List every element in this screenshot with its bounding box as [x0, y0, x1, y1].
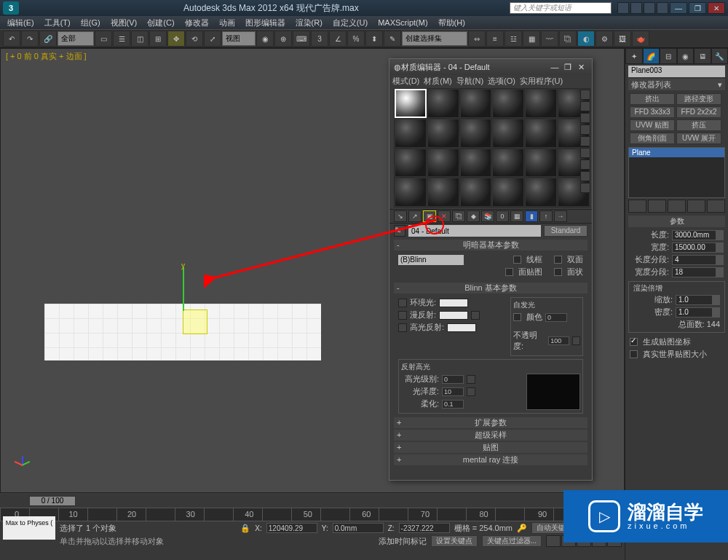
shader-dropdown[interactable]: (B)Blinn: [398, 255, 464, 265]
refcoord-dropdown[interactable]: 视图: [222, 31, 256, 46]
move-gizmo[interactable]: [183, 309, 207, 334]
help-icon[interactable]: [657, 2, 668, 14]
make-unique-stack-icon[interactable]: [668, 200, 686, 213]
pin-stack-icon[interactable]: [628, 200, 646, 213]
window-crossing-icon[interactable]: ⊞: [149, 31, 167, 47]
ambient-swatch[interactable]: [439, 299, 468, 307]
rollout-supersample-header[interactable]: +超级采样: [394, 430, 587, 441]
material-slot[interactable]: [427, 89, 459, 118]
show-map-icon[interactable]: ▦: [510, 210, 523, 222]
material-slot[interactable]: [427, 149, 459, 178]
me-menu-utilities[interactable]: 实用程序(U): [520, 76, 563, 87]
utilities-tab-icon[interactable]: 🔧: [711, 48, 729, 64]
move-icon[interactable]: ✥: [167, 31, 185, 47]
material-slot[interactable]: [427, 178, 459, 207]
curve-editor-icon[interactable]: 〰: [541, 31, 558, 47]
material-slot[interactable]: [427, 119, 459, 148]
material-slot[interactable]: [460, 178, 492, 207]
assign-to-selection-icon[interactable]: ▣: [423, 210, 436, 222]
options-icon[interactable]: [580, 159, 590, 170]
coord-y-field[interactable]: 0.0mm: [333, 523, 384, 533]
ambient-lock-icon[interactable]: [398, 299, 407, 307]
track-bar[interactable]: 0102030405060708090100: [0, 508, 625, 521]
modifier-list-dropdown[interactable]: 修改器列表▾: [628, 79, 725, 90]
make-preview-icon[interactable]: [580, 148, 590, 158]
me-close-button[interactable]: ✕: [574, 63, 587, 72]
motion-tab-icon[interactable]: ◉: [677, 48, 695, 64]
modify-tab-icon[interactable]: 🌈: [643, 48, 660, 64]
wsegs-spinner[interactable]: 18: [672, 267, 724, 277]
material-type-button[interactable]: Standard: [544, 225, 587, 237]
material-slot[interactable]: [460, 89, 492, 118]
rollout-mentalray-header[interactable]: +mental ray 连接: [394, 454, 587, 465]
edit-named-sel-icon[interactable]: ✎: [384, 31, 401, 47]
named-selection-dropdown[interactable]: 创建选择集: [402, 31, 467, 46]
object-name-field[interactable]: Plane003: [628, 66, 725, 77]
mod-ffd222-button[interactable]: FFD 2x2x2: [676, 106, 721, 118]
background-icon[interactable]: [580, 113, 590, 123]
mat-map-nav-icon[interactable]: [580, 183, 590, 193]
material-id-icon[interactable]: 0: [496, 210, 509, 222]
me-menu-mode[interactable]: 模式(D): [392, 76, 419, 87]
rollout-blinn-header[interactable]: -Blinn 基本参数: [394, 283, 587, 293]
diffuse-swatch[interactable]: [439, 311, 468, 320]
material-editor-icon[interactable]: ◐: [577, 31, 595, 47]
maximize-button[interactable]: ❐: [689, 2, 706, 14]
select-name-icon[interactable]: ☰: [113, 31, 130, 47]
select-icon[interactable]: ▭: [95, 31, 112, 47]
keyfilter-button[interactable]: 关键点过滤器...: [482, 535, 542, 547]
material-slot[interactable]: [525, 178, 557, 207]
put-to-scene-icon[interactable]: ↗: [408, 210, 422, 222]
minimize-button[interactable]: —: [670, 2, 687, 14]
mirror-icon[interactable]: ⇔: [468, 31, 486, 47]
addtime-label[interactable]: 添加时间标记: [379, 536, 427, 547]
close-button[interactable]: ✕: [708, 2, 725, 14]
show-end-icon[interactable]: [648, 200, 666, 213]
render-setup-icon[interactable]: ⚙: [596, 31, 613, 47]
make-unique-icon[interactable]: ◆: [467, 210, 480, 222]
select-manip-icon[interactable]: ⊕: [274, 31, 292, 47]
material-editor-titlebar[interactable]: ◍ 材质编辑器 - 04 - Default — ❐ ✕: [389, 59, 592, 75]
gen-map-coords-checkbox[interactable]: [630, 338, 638, 346]
diffuse-map-icon[interactable]: [471, 311, 480, 320]
angle-snap-icon[interactable]: ∠: [329, 31, 347, 47]
specular-lock-icon[interactable]: [398, 323, 407, 332]
undo-icon[interactable]: ↶: [3, 31, 20, 47]
go-parent-icon[interactable]: ↑: [539, 210, 553, 222]
put-to-library-icon[interactable]: 📚: [481, 210, 494, 222]
material-slot[interactable]: [395, 149, 427, 178]
rollout-params-header[interactable]: 参数: [628, 216, 725, 227]
selection-filter-dropdown[interactable]: 全部: [58, 31, 94, 46]
mod-ffd333-button[interactable]: FFD 3x3x3: [630, 106, 675, 118]
selfillum-spinner[interactable]: 0: [545, 313, 567, 322]
rendered-frame-icon[interactable]: 🖼: [614, 31, 631, 47]
display-tab-icon[interactable]: 🖥: [694, 48, 711, 64]
rollout-maps-header[interactable]: +贴图: [394, 442, 587, 453]
menu-group[interactable]: 组(G): [78, 17, 103, 28]
layers-icon[interactable]: ☳: [505, 31, 522, 47]
length-spinner[interactable]: 3000.0mm: [672, 230, 724, 240]
modifier-stack-item[interactable]: Plane: [629, 148, 724, 157]
material-slot[interactable]: [395, 119, 427, 148]
mod-squeeze-button[interactable]: 挤压: [676, 119, 721, 131]
material-slot[interactable]: [395, 178, 427, 207]
video-color-icon[interactable]: [580, 136, 590, 146]
menu-create[interactable]: 创建(C): [144, 17, 177, 28]
realworld-map-checkbox[interactable]: [630, 350, 638, 358]
setkey-button[interactable]: 设置关键点: [431, 535, 478, 547]
maxscript-mini-listener[interactable]: Max to Physes (: [3, 516, 55, 540]
sample-uv-icon[interactable]: [580, 125, 590, 135]
rollout-extended-header[interactable]: +扩展参数: [394, 417, 587, 428]
time-slider-knob[interactable]: 0 / 100: [29, 496, 76, 506]
viewport-label[interactable]: [ + 0 前 0 真实 + 边面 ]: [6, 51, 87, 62]
soften-spinner[interactable]: 0.1: [442, 400, 464, 409]
material-slot[interactable]: [492, 149, 524, 178]
menu-maxscript[interactable]: MAXScript(M): [375, 18, 430, 27]
make-copy-icon[interactable]: ⿻: [452, 210, 465, 222]
graphite-icon[interactable]: ▦: [523, 31, 540, 47]
menu-help[interactable]: 帮助(H): [435, 17, 468, 28]
hierarchy-tab-icon[interactable]: ⊟: [660, 48, 677, 64]
redo-icon[interactable]: ↷: [21, 31, 39, 47]
gloss-map-icon[interactable]: [467, 387, 475, 396]
link-icon[interactable]: 🔗: [39, 31, 57, 47]
